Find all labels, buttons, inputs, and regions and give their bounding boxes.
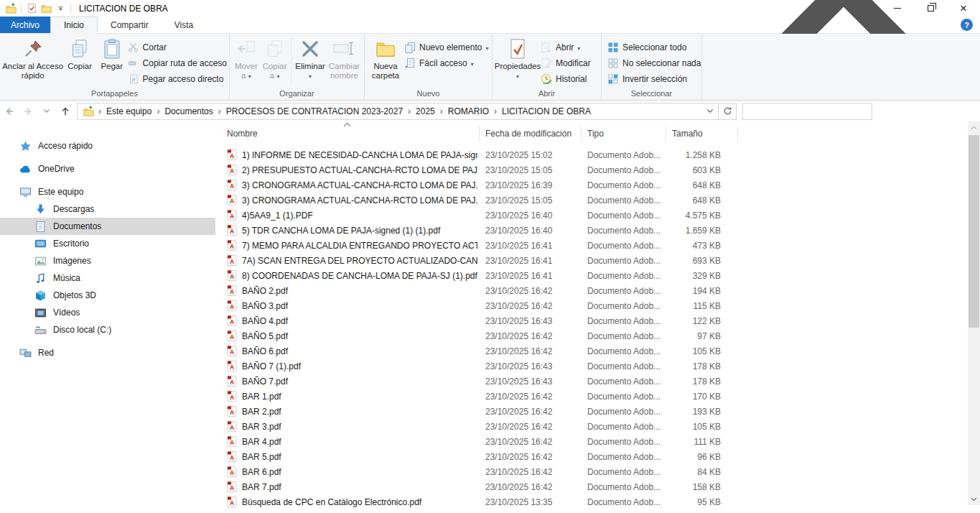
breadcrumb-chevron-icon[interactable]: [217, 106, 223, 116]
breadcrumb-segment[interactable]: Este equipo: [103, 106, 155, 116]
rename-button[interactable]: Cambiar nombre: [327, 36, 362, 80]
breadcrumb-segment[interactable]: 2025: [412, 106, 439, 116]
address-box[interactable]: Este equipoDocumentosPROCESOS DE CONTRAT…: [77, 103, 719, 120]
copy-path-button[interactable]: Copiar ruta de acceso: [128, 57, 227, 70]
sidebar-item-descargas[interactable]: Descargas: [0, 200, 215, 218]
file-size: 1.258 KB: [646, 150, 721, 160]
modify-icon: [541, 57, 552, 69]
svg-text:A: A: [230, 303, 234, 310]
refresh-icon[interactable]: [719, 103, 737, 120]
close-icon[interactable]: [947, 0, 980, 17]
chevron-down-icon[interactable]: [702, 108, 718, 114]
file-row[interactable]: A3) CRONOGRAMA ACTUAL-CANCHA-RCTO LOMA D…: [215, 193, 968, 208]
file-row[interactable]: ABAÑO 7 (1).pdf23/10/2025 16:43Documento…: [215, 359, 968, 374]
invert-selection-icon: [607, 73, 619, 85]
forward-icon[interactable]: [19, 101, 37, 121]
breadcrumb-segment[interactable]: LICITACION DE OBRA: [498, 106, 594, 116]
sidebar-item-este-equipo[interactable]: Este equipo: [0, 183, 215, 200]
sidebar-item-disco-local-c[interactable]: Disco local (C:): [0, 321, 215, 338]
file-row[interactable]: ABAÑO 2.pdf23/10/2025 16:42Documento Ado…: [215, 283, 968, 298]
scroll-down-icon[interactable]: [968, 493, 980, 505]
column-header-fecha[interactable]: Fecha de modificación: [480, 126, 582, 142]
file-row[interactable]: A7A) SCAN ENTREGA DEL PROYECTO ACTUALIZA…: [215, 253, 968, 268]
invert-selection-button[interactable]: Invertir selección: [607, 73, 701, 86]
file-row[interactable]: ABAR 1.pdf23/10/2025 16:42Documento Adob…: [215, 389, 968, 404]
delete-button[interactable]: Eliminar: [294, 36, 326, 81]
file-row[interactable]: ABAR 5.pdf23/10/2025 16:42Documento Adob…: [215, 449, 968, 464]
file-row[interactable]: ABAR 3.pdf23/10/2025 16:42Documento Adob…: [215, 419, 968, 434]
properties-button[interactable]: Propiedades: [495, 36, 541, 81]
file-row[interactable]: A5) TDR CANCHA LOMA DE PAJA-signed (1) (…: [215, 223, 968, 238]
file-row[interactable]: A7) MEMO PARA ALCALDIA ENTREGANDO PROYEC…: [215, 238, 968, 253]
file-row[interactable]: A4)5AA9_1 (1).PDF23/10/2025 16:40Documen…: [215, 208, 968, 223]
copy-to-button[interactable]: Copiar a: [261, 36, 289, 81]
pin-to-quick-access-button[interactable]: Anclar al Acceso rápido: [2, 36, 63, 80]
customize-quick-access-icon[interactable]: [53, 2, 67, 14]
file-row[interactable]: A3) CRONOGRAMA ACTUAL-CANCHA-RCTO LOMA D…: [215, 177, 968, 193]
tab-archivo[interactable]: Archivo: [0, 17, 50, 33]
paste-shortcut-button[interactable]: Pegar acceso directo: [128, 73, 227, 86]
properties-check-icon[interactable]: [24, 2, 39, 14]
file-row[interactable]: A8) COORDENADAS DE CANCHA-LOMA DE PAJA-S…: [215, 268, 968, 283]
file-row[interactable]: ABAR 2.pdf23/10/2025 16:42Documento Adob…: [215, 404, 968, 419]
file-row[interactable]: ABAR 4.pdf23/10/2025 16:42Documento Adob…: [215, 434, 968, 449]
new-folder-button[interactable]: Nueva carpeta: [367, 36, 404, 80]
file-row[interactable]: ABAÑO 7.pdf23/10/2025 16:43Documento Ado…: [215, 374, 968, 389]
history-button[interactable]: Historial: [541, 73, 591, 86]
explorer-app-icon[interactable]: [4, 2, 18, 14]
scroll-up-icon[interactable]: [968, 121, 980, 134]
file-row[interactable]: ABAÑO 4.pdf23/10/2025 16:43Documento Ado…: [215, 313, 968, 328]
file-row[interactable]: A2) PRESUPUESTO ACTUAL-CANCHA-RCTO LOMA …: [215, 162, 968, 177]
sidebar-item-objetos-3d[interactable]: Objetos 3D: [0, 287, 215, 304]
tab-vista[interactable]: Vista: [162, 17, 206, 33]
file-row[interactable]: ABAR 6.pdf23/10/2025 16:42Documento Adob…: [215, 464, 968, 479]
breadcrumb-chevron-icon[interactable]: [97, 106, 103, 116]
up-icon[interactable]: [56, 101, 75, 121]
file-row[interactable]: A1) INFORME DE NECESIDAD-CANCHA LOMA DE …: [215, 147, 968, 162]
file-row[interactable]: ABAÑO 3.pdf23/10/2025 16:42Documento Ado…: [215, 298, 968, 313]
select-all-button[interactable]: Seleccionar todo: [607, 41, 701, 54]
breadcrumb-segment[interactable]: ROMARIO: [444, 106, 493, 116]
desktop-icon: [34, 238, 47, 250]
modify-button[interactable]: Modificar: [541, 57, 591, 70]
recent-locations-icon[interactable]: [37, 101, 56, 121]
sidebar-item-musica[interactable]: Música: [0, 269, 215, 287]
new-folder-small-icon[interactable]: [39, 2, 53, 14]
file-row[interactable]: ABúsqueda de CPC en Catálogo Electrónico…: [215, 494, 968, 509]
sidebar-item-onedrive[interactable]: OneDrive: [0, 160, 215, 177]
sidebar-item-documentos[interactable]: Documentos: [0, 218, 215, 235]
scrollbar-thumb[interactable]: [969, 135, 979, 328]
file-row[interactable]: ABAR 7.pdf23/10/2025 16:42Documento Adob…: [215, 479, 968, 494]
breadcrumb-chevron-icon[interactable]: [406, 106, 412, 116]
cut-button[interactable]: Cortar: [128, 41, 227, 54]
open-button[interactable]: Abrir: [541, 41, 591, 54]
file-row[interactable]: ABAÑO 5.pdf23/10/2025 16:42Documento Ado…: [215, 328, 968, 343]
column-header-nombre[interactable]: Nombre: [221, 126, 480, 142]
file-row[interactable]: ABAÑO 6.pdf23/10/2025 16:42Documento Ado…: [215, 343, 968, 359]
move-to-button[interactable]: Mover a: [232, 36, 261, 81]
column-header-tipo[interactable]: Tipo: [582, 126, 666, 142]
breadcrumb-segment[interactable]: PROCESOS DE CONTRATACION 2023-2027: [223, 106, 406, 116]
column-headers: Nombre Fecha de modificación Tipo Tamaño: [215, 126, 968, 142]
new-item-button[interactable]: Nuevo elemento: [404, 41, 488, 54]
copy-button[interactable]: Copiar: [63, 36, 96, 71]
breadcrumb-segment[interactable]: Documentos: [161, 106, 216, 116]
breadcrumb-chevron-icon[interactable]: [439, 106, 444, 116]
search-input[interactable]: [742, 103, 872, 120]
sidebar-item-escritorio[interactable]: Escritorio: [0, 235, 215, 252]
paste-button[interactable]: Pegar: [96, 36, 128, 71]
sidebar-item-acceso-rapido[interactable]: Acceso rápido: [0, 137, 215, 154]
tab-compartir[interactable]: Compartir: [98, 17, 162, 33]
sidebar-item-red[interactable]: Red: [0, 344, 215, 361]
breadcrumb-chevron-icon[interactable]: [493, 106, 498, 116]
sidebar-item-videos[interactable]: Vídeos: [0, 304, 215, 321]
back-icon[interactable]: [0, 101, 19, 121]
vertical-scrollbar[interactable]: [968, 121, 980, 505]
help-icon[interactable]: [961, 19, 973, 31]
column-header-tamano[interactable]: Tamaño: [666, 126, 738, 142]
tab-inicio[interactable]: Inicio: [50, 17, 98, 34]
sidebar-item-imagenes[interactable]: Imágenes: [0, 252, 215, 269]
breadcrumb-chevron-icon[interactable]: [155, 106, 161, 116]
easy-access-button[interactable]: Fácil acceso: [404, 57, 488, 70]
select-none-button[interactable]: No seleccionar nada: [607, 57, 701, 70]
